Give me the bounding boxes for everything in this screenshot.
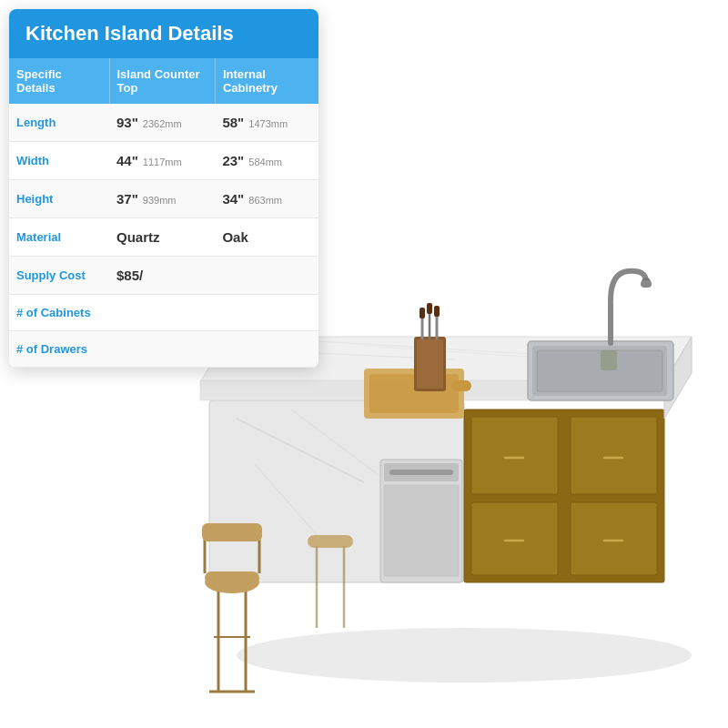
- svg-rect-6: [471, 417, 558, 494]
- card-title: Kitchen Island Details: [9, 9, 318, 58]
- table-row: # of Drawers: [9, 331, 318, 368]
- measurement-primary: 93": [116, 115, 138, 130]
- row-label: # of Cabinets: [9, 295, 109, 331]
- row-col2: [109, 331, 215, 368]
- row-col3: 58" 1473mm: [215, 104, 318, 142]
- row-col3: 23" 584mm: [215, 142, 318, 180]
- svg-rect-8: [471, 502, 558, 575]
- table-row: # of Cabinets: [9, 295, 318, 331]
- row-col2: 93" 2362mm: [109, 104, 215, 142]
- measurement-secondary: 1473mm: [246, 118, 288, 129]
- row-label: Width: [9, 142, 109, 180]
- svg-rect-7: [571, 417, 657, 494]
- measurement-primary: 37": [116, 191, 138, 207]
- svg-rect-39: [427, 303, 432, 314]
- row-col2: 37" 939mm: [109, 180, 215, 218]
- measurement-primary: $85/: [116, 268, 143, 283]
- details-table: Specific Details Island Counter Top Inte…: [9, 58, 318, 368]
- measurement-primary: 44": [116, 153, 138, 168]
- svg-rect-27: [608, 300, 613, 346]
- measurement-secondary: 2362mm: [140, 118, 182, 129]
- col-header-specific: Specific Details: [9, 58, 109, 104]
- row-label: # of Drawers: [9, 331, 109, 368]
- col-header-cabinetry: Internal Cabinetry: [215, 58, 318, 104]
- measurement-secondary: 863mm: [246, 195, 282, 206]
- svg-point-0: [237, 628, 692, 682]
- row-col3: [215, 295, 318, 331]
- measurement-secondary: 939mm: [140, 195, 177, 206]
- svg-rect-29: [641, 280, 652, 288]
- measurement-primary: Oak: [222, 229, 248, 245]
- svg-rect-17: [389, 470, 453, 475]
- row-label: Length: [9, 104, 109, 142]
- row-col2: Quartz: [109, 218, 215, 257]
- col-header-countertop: Island Counter Top: [109, 58, 215, 104]
- svg-rect-16: [384, 485, 459, 576]
- row-col2: 44" 1117mm: [109, 142, 215, 180]
- row-label: Supply Cost: [9, 257, 109, 295]
- table-row: MaterialQuartzOak: [9, 218, 318, 257]
- svg-rect-32: [451, 380, 471, 391]
- row-col3: 34" 863mm: [215, 180, 318, 218]
- row-col3: [215, 331, 318, 368]
- row-col3: Oak: [215, 218, 318, 257]
- details-card: Kitchen Island Details Specific Details …: [9, 9, 318, 368]
- table-row: Supply Cost$85/: [9, 257, 318, 295]
- measurement-primary: 34": [222, 191, 244, 207]
- svg-rect-49: [202, 523, 262, 541]
- svg-rect-9: [571, 502, 657, 575]
- svg-rect-34: [417, 339, 443, 389]
- svg-rect-38: [420, 308, 425, 318]
- table-row: Height37" 939mm34" 863mm: [9, 180, 318, 218]
- measurement-secondary: 584mm: [246, 157, 282, 167]
- table-row: Width44" 1117mm23" 584mm: [9, 142, 318, 180]
- svg-rect-40: [434, 306, 440, 317]
- svg-rect-52: [308, 535, 353, 548]
- row-label: Material: [9, 218, 109, 257]
- row-label: Height: [9, 180, 109, 218]
- row-col2: [109, 295, 215, 331]
- measurement-secondary: 1117mm: [140, 157, 182, 167]
- svg-rect-53: [601, 350, 617, 370]
- svg-rect-46: [205, 571, 259, 584]
- measurement-primary: 58": [222, 115, 244, 130]
- measurement-primary: Quartz: [116, 229, 160, 245]
- row-col3: [215, 257, 318, 295]
- table-row: Length93" 2362mm58" 1473mm: [9, 104, 318, 142]
- svg-rect-26: [537, 350, 662, 391]
- measurement-primary: 23": [222, 153, 244, 168]
- row-col2: $85/: [109, 257, 215, 295]
